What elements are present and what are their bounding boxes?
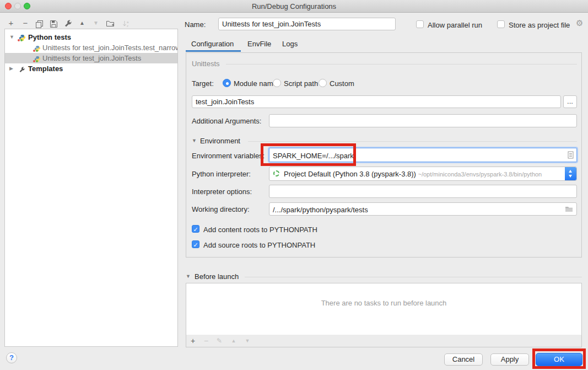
group-divider xyxy=(226,64,577,65)
radio-module-name-label: Module name xyxy=(234,79,277,88)
allow-parallel-run-label: Allow parallel run xyxy=(428,21,482,29)
before-launch-label: Before launch xyxy=(195,272,239,281)
working-directory-label: Working directory: xyxy=(192,205,250,213)
interpreter-options-input[interactable] xyxy=(269,185,577,198)
working-directory-input[interactable] xyxy=(272,204,560,215)
store-as-project-file-checkbox[interactable] xyxy=(497,20,505,28)
ok-button[interactable]: OK xyxy=(536,353,582,366)
remove-configuration-icon[interactable]: − xyxy=(20,19,30,28)
titlebar: Run/Debug Configurations xyxy=(0,0,588,13)
target-module-input[interactable] xyxy=(192,95,561,108)
task-move-down-icon: ▼ xyxy=(243,336,252,345)
edit-templates-wrench-icon[interactable] xyxy=(63,19,73,28)
move-down-icon: ▼ xyxy=(91,19,101,28)
window-title: Run/Debug Configurations xyxy=(0,2,588,10)
python-interpreter-path: ~/opt/miniconda3/envs/pyspark-3.8/bin/py… xyxy=(418,171,542,178)
before-launch-collapse-arrow-icon[interactable]: ▼ xyxy=(186,274,191,279)
svg-text:a: a xyxy=(127,20,129,24)
test-badge-icon xyxy=(33,50,38,52)
add-source-roots-checkbox[interactable]: ✓ xyxy=(192,240,199,248)
tree-item-label: Unittests for test_join.JoinTests xyxy=(42,53,141,63)
tree-item-unittests-jointests[interactable]: Unittests for test_join.JoinTests xyxy=(5,53,177,63)
new-folder-icon[interactable] xyxy=(105,19,115,28)
environment-variables-field xyxy=(269,148,577,162)
radio-custom-label: Custom xyxy=(330,79,354,88)
before-launch-empty-text: There are no tasks to run before launch xyxy=(186,299,582,307)
environment-group-label: Environment xyxy=(200,137,240,145)
configurations-tree: ▼ Python tests Unittests for test_join.J… xyxy=(4,29,178,347)
environment-variables-input[interactable] xyxy=(272,149,560,162)
python-tests-icon xyxy=(19,34,26,41)
radio-script-path-label: Script path xyxy=(284,79,318,88)
target-label: Target: xyxy=(192,79,214,88)
edit-task-pencil-icon: ✎ xyxy=(215,336,224,345)
add-content-roots-label: Add content roots to PYTHONPATH xyxy=(203,226,317,234)
add-configuration-icon[interactable]: + xyxy=(6,19,16,28)
tab-envfile[interactable]: EnvFile xyxy=(247,40,271,48)
save-configuration-icon[interactable] xyxy=(48,19,58,28)
test-badge-icon xyxy=(18,39,23,42)
dropdown-stepper-icon[interactable] xyxy=(565,167,576,180)
store-as-project-file-label: Store as project file xyxy=(509,21,570,29)
tab-configuration[interactable]: Configuration xyxy=(191,40,234,48)
python-interpreter-dropdown[interactable]: Project Default (Python 3.8 (pyspark-3.8… xyxy=(269,167,577,181)
configuration-panel: Unittests Target: Module name Script pat… xyxy=(186,52,582,258)
tree-item-python-tests[interactable]: ▼ Python tests xyxy=(5,32,177,42)
unittests-group-label: Unittests xyxy=(192,60,220,68)
tree-item-templates[interactable]: ▶ Templates xyxy=(5,63,177,74)
working-directory-field xyxy=(269,202,577,216)
task-move-up-icon: ▲ xyxy=(229,336,238,345)
tree-item-unittests-test-narrow[interactable]: Unittests for test_join.JoinTests.test_n… xyxy=(5,42,177,53)
python-interpreter-label: Python interpreter: xyxy=(192,170,251,178)
remove-task-icon: − xyxy=(202,336,211,345)
interpreter-options-label: Interpreter options: xyxy=(192,187,252,196)
name-label: Name: xyxy=(185,20,206,29)
add-source-roots-label: Add source roots to PYTHONPATH xyxy=(203,241,315,249)
templates-wrench-icon xyxy=(19,66,26,73)
tab-logs[interactable]: Logs xyxy=(282,40,298,48)
add-task-icon[interactable]: + xyxy=(188,336,197,345)
before-launch-task-list xyxy=(186,283,582,335)
tree-item-label: Unittests for test_join.JoinTests.test_n… xyxy=(42,42,177,53)
sort-alphabetically-icon: az xyxy=(121,19,131,28)
cancel-button[interactable]: Cancel xyxy=(444,353,483,366)
test-badge-icon xyxy=(33,60,38,63)
help-button[interactable]: ? xyxy=(6,352,17,363)
python-test-config-icon xyxy=(34,44,41,51)
tree-item-label: Templates xyxy=(28,63,63,74)
allow-parallel-run-checkbox[interactable] xyxy=(416,20,424,28)
additional-arguments-label: Additional Arguments: xyxy=(192,117,261,125)
gear-icon[interactable]: ⚙ xyxy=(576,18,583,28)
radio-custom[interactable] xyxy=(319,79,327,87)
additional-arguments-input[interactable] xyxy=(269,114,577,127)
env-variables-browse-icon[interactable] xyxy=(568,151,574,160)
python-test-config-icon xyxy=(34,55,41,62)
conda-environment-icon xyxy=(273,170,279,176)
group-divider xyxy=(248,141,577,142)
environment-variables-label: Environment variables: xyxy=(192,152,265,160)
copy-configuration-icon[interactable] xyxy=(34,19,44,28)
radio-module-name[interactable] xyxy=(223,79,231,87)
move-up-icon[interactable]: ▲ xyxy=(77,19,87,28)
tree-item-label: Python tests xyxy=(28,32,71,42)
browse-button[interactable]: ... xyxy=(563,95,577,108)
svg-text:z: z xyxy=(127,24,128,28)
group-divider xyxy=(245,277,582,277)
radio-script-path[interactable] xyxy=(273,79,281,87)
add-content-roots-checkbox[interactable]: ✓ xyxy=(192,225,199,233)
active-tab-underline xyxy=(186,50,241,52)
python-interpreter-value: Project Default (Python 3.8 (pyspark-3.8… xyxy=(284,170,416,178)
apply-button[interactable]: Apply xyxy=(490,353,529,366)
name-input[interactable] xyxy=(218,18,396,30)
folder-icon[interactable] xyxy=(565,206,573,214)
collapsed-arrow-icon[interactable]: ▶ xyxy=(9,63,13,74)
environment-collapse-arrow-icon[interactable]: ▼ xyxy=(192,138,197,143)
expanded-arrow-icon[interactable]: ▼ xyxy=(9,32,14,42)
